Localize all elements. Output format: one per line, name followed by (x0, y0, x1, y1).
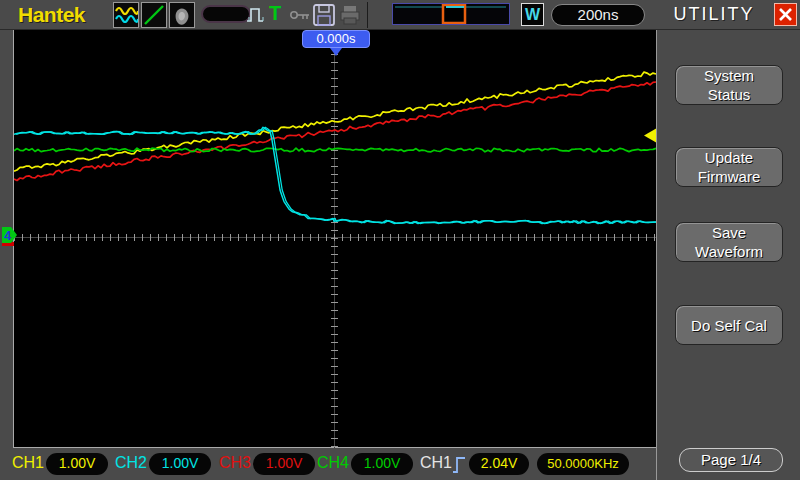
system-status-button[interactable]: System Status (675, 65, 783, 105)
window-mode-icon[interactable]: W (521, 3, 544, 26)
close-icon (779, 8, 792, 21)
pulse-trigger-icon[interactable] (246, 3, 266, 27)
do-self-cal-button[interactable]: Do Self Cal (675, 305, 783, 345)
save-waveform-button[interactable]: Save Waveform (675, 222, 783, 262)
hand-tool-button[interactable] (169, 2, 195, 28)
trigger-position-pointer (330, 48, 342, 56)
ch1-scale-readout: 1.00V (46, 453, 108, 475)
menu-title: UTILITY (660, 4, 768, 25)
oscilloscope-screen: Hantek T (0, 0, 800, 480)
trigger-level-readout: 2.04V (469, 453, 529, 475)
channel-status-bar: CH1 1.00V CH2 1.00V CH3 1.00V CH4 1.00V … (0, 448, 656, 480)
waveform-display-button[interactable] (113, 2, 139, 28)
trigger-source-label: CH1 (420, 454, 452, 472)
trigger-frequency-readout: 50.0000KHz (537, 453, 629, 475)
timebase-readout: 200ns (551, 4, 645, 26)
hand-icon (170, 3, 194, 27)
toolbar-divider (367, 2, 368, 28)
waveform-display: 0.000s 4 (13, 30, 656, 448)
channel4-ground-marker[interactable]: 4 (2, 227, 17, 252)
line-cursor-icon (142, 3, 166, 27)
brand-logo: Hantek (18, 3, 85, 27)
ch3-scale-readout: 1.00V (253, 453, 315, 475)
top-toolbar: Hantek T (0, 0, 800, 30)
trigger-t-icon: T (269, 2, 281, 25)
trigger-position-marker[interactable]: 0.000s (302, 30, 370, 48)
ch1-label: CH1 (12, 454, 44, 472)
ch4-scale-readout: 1.00V (351, 453, 413, 475)
close-menu-button[interactable] (774, 3, 797, 26)
utility-menu: System Status Update Firmware Save Wavef… (656, 30, 800, 480)
ch2-scale-readout: 1.00V (149, 453, 211, 475)
trigger-status-pill (201, 5, 251, 23)
waveform-display-icon (114, 3, 138, 27)
ch3-label: CH3 (219, 454, 251, 472)
channel-marker-label: 4 (4, 228, 12, 243)
waveform-traces (14, 30, 657, 448)
pan-zoom-strip[interactable] (392, 3, 510, 25)
ch4-label: CH4 (317, 454, 349, 472)
update-firmware-button[interactable]: Update Firmware (675, 147, 783, 187)
ch2-label: CH2 (115, 454, 147, 472)
page-indicator-button[interactable]: Page 1/4 (679, 448, 783, 472)
line-cursor-button[interactable] (141, 2, 167, 28)
save-floppy-icon[interactable] (312, 3, 336, 27)
printer-icon[interactable] (338, 3, 362, 27)
rising-edge-icon (452, 453, 466, 475)
key-icon[interactable] (289, 4, 311, 26)
